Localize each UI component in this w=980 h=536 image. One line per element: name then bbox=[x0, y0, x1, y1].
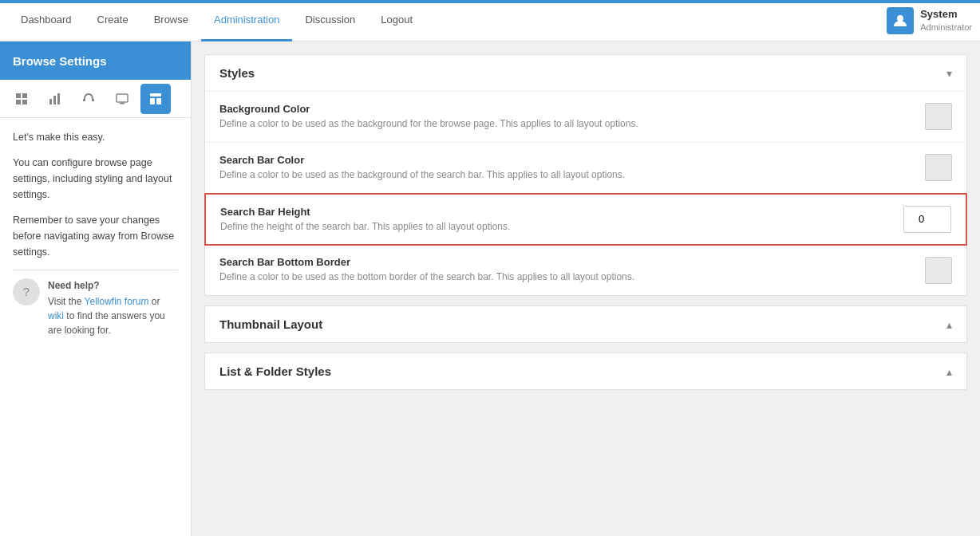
help-icon: ? bbox=[13, 278, 40, 305]
number-input-search-bar-height[interactable] bbox=[903, 206, 951, 233]
nav-item-dashboard[interactable]: Dashboard bbox=[8, 0, 85, 41]
setting-desc-background-color: Define a color to be used as the backgro… bbox=[219, 117, 925, 131]
setting-info-search-bar-height: Search Bar Height Define the height of t… bbox=[220, 206, 903, 234]
section-styles: Styles ▾ Background Color Define a color… bbox=[204, 54, 967, 296]
svg-rect-3 bbox=[16, 100, 21, 104]
svg-rect-11 bbox=[150, 93, 161, 97]
user-name: System bbox=[920, 8, 972, 22]
help-text-middle: or bbox=[149, 296, 160, 307]
user-profile[interactable]: System Administrator bbox=[887, 7, 972, 34]
help-text: Need help? Visit the Yellowfin forum or … bbox=[48, 278, 178, 337]
user-info: System Administrator bbox=[920, 8, 972, 33]
svg-rect-12 bbox=[150, 98, 155, 104]
main-content: Styles ▾ Background Color Define a color… bbox=[192, 41, 980, 536]
sidebar-header: Browse Settings bbox=[0, 41, 191, 80]
nav-links: DashboardCreateBrowseAdministrationDiscu… bbox=[8, 0, 887, 41]
section-toggle-styles: ▾ bbox=[946, 67, 952, 80]
section-header-styles[interactable]: Styles ▾ bbox=[205, 55, 966, 92]
color-swatch-search-bar-color[interactable] bbox=[925, 154, 952, 181]
help-title: Need help? bbox=[48, 278, 178, 293]
setting-info-search-bar-color: Search Bar Color Define a color to be us… bbox=[219, 154, 925, 182]
nav-item-logout[interactable]: Logout bbox=[368, 0, 425, 41]
user-avatar bbox=[887, 7, 914, 34]
headset-tab[interactable] bbox=[73, 84, 104, 114]
section-title-thumbnail-layout: Thumbnail Layout bbox=[219, 317, 322, 331]
section-thumbnail-layout: Thumbnail Layout ▴ bbox=[204, 305, 967, 343]
progress-bar bbox=[0, 0, 980, 3]
setting-title-search-bar-height: Search Bar Height bbox=[220, 206, 903, 218]
chart-tab[interactable] bbox=[40, 84, 70, 114]
layout-tab[interactable] bbox=[140, 84, 171, 114]
sidebar-divider bbox=[13, 270, 178, 270]
section-list-folder-styles: List & Folder Styles ▴ bbox=[204, 353, 967, 390]
nav-item-browse[interactable]: Browse bbox=[141, 0, 201, 41]
svg-rect-7 bbox=[57, 93, 60, 104]
nav-item-discussion[interactable]: Discussion bbox=[292, 0, 368, 41]
help-text-before: Visit the bbox=[48, 296, 85, 307]
svg-rect-8 bbox=[117, 94, 128, 102]
sidebar: Browse Settings Let's make this easy. Yo… bbox=[0, 41, 192, 536]
grid-tab[interactable] bbox=[6, 84, 37, 114]
monitor-tab[interactable] bbox=[107, 84, 137, 114]
help-reminder: Remember to save your changes before nav… bbox=[13, 212, 178, 260]
setting-row-search-bar-bottom-border: Search Bar Bottom Border Define a color … bbox=[205, 245, 966, 295]
setting-desc-search-bar-height: Define the height of the search bar. Thi… bbox=[220, 220, 903, 234]
setting-desc-search-bar-color: Define a color to be used as the backgro… bbox=[219, 168, 925, 182]
setting-row-search-bar-color: Search Bar Color Define a color to be us… bbox=[205, 143, 966, 194]
setting-title-background-color: Background Color bbox=[219, 103, 925, 115]
sidebar-help-content: Let's make this easy. You can configure … bbox=[0, 118, 191, 536]
tab-icons-row bbox=[0, 80, 191, 118]
nav-item-create[interactable]: Create bbox=[85, 0, 141, 41]
svg-point-0 bbox=[897, 15, 903, 22]
yellowfin-forum-link[interactable]: Yellowfin forum bbox=[85, 296, 149, 307]
setting-row-search-bar-height: Search Bar Height Define the height of t… bbox=[204, 193, 967, 246]
svg-rect-5 bbox=[49, 99, 52, 104]
svg-rect-1 bbox=[16, 93, 21, 98]
color-swatch-background-color[interactable] bbox=[925, 103, 952, 130]
svg-rect-4 bbox=[22, 100, 27, 104]
setting-info-background-color: Background Color Define a color to be us… bbox=[219, 103, 925, 131]
user-role: Administrator bbox=[920, 22, 972, 33]
setting-info-search-bar-bottom-border: Search Bar Bottom Border Define a color … bbox=[219, 256, 925, 284]
section-toggle-list-folder-styles: ▴ bbox=[946, 365, 952, 378]
section-header-list-folder-styles[interactable]: List & Folder Styles ▴ bbox=[205, 353, 966, 389]
sidebar-title: Browse Settings bbox=[13, 54, 107, 68]
help-intro: Let's make this easy. bbox=[13, 129, 178, 145]
svg-rect-2 bbox=[22, 93, 27, 98]
svg-rect-6 bbox=[53, 96, 56, 104]
color-swatch-search-bar-bottom-border[interactable] bbox=[925, 257, 952, 284]
help-text-after: to find the answers you are looking for. bbox=[48, 310, 165, 336]
section-title-styles: Styles bbox=[219, 66, 255, 80]
svg-rect-13 bbox=[156, 98, 161, 104]
setting-title-search-bar-bottom-border: Search Bar Bottom Border bbox=[219, 256, 925, 268]
setting-row-background-color: Background Color Define a color to be us… bbox=[205, 92, 966, 143]
svg-rect-10 bbox=[121, 102, 123, 104]
section-toggle-thumbnail-layout: ▴ bbox=[946, 318, 952, 331]
nav-item-administration[interactable]: Administration bbox=[201, 0, 292, 41]
wiki-link[interactable]: wiki bbox=[48, 310, 64, 321]
help-section: ? Need help? Visit the Yellowfin forum o… bbox=[13, 278, 178, 337]
top-navigation: DashboardCreateBrowseAdministrationDiscu… bbox=[0, 0, 980, 41]
help-body: You can configure browse page settings, … bbox=[13, 155, 178, 203]
section-title-list-folder-styles: List & Folder Styles bbox=[219, 365, 331, 378]
setting-title-search-bar-color: Search Bar Color bbox=[219, 154, 925, 166]
section-header-thumbnail-layout[interactable]: Thumbnail Layout ▴ bbox=[205, 306, 966, 342]
setting-desc-search-bar-bottom-border: Define a color to be used as the bottom … bbox=[219, 270, 925, 284]
page-layout: Browse Settings Let's make this easy. Yo… bbox=[0, 41, 980, 536]
